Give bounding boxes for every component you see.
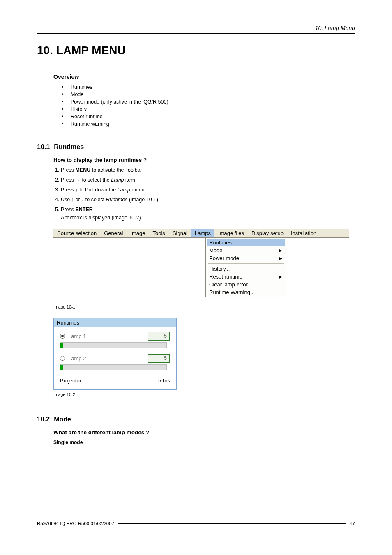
section-number: 10.1 <box>37 143 50 151</box>
lamp1-progress-fill <box>60 343 63 348</box>
step-italic: Lamp <box>111 177 124 183</box>
footer-rule <box>118 523 346 524</box>
footer-doc-id: R5976694 IQ PRO R500 01/02/2007 <box>37 521 114 526</box>
menubar-item-lamps[interactable]: Lamps <box>191 229 214 237</box>
dropdown-item-runtime-warning[interactable]: Runtime Warning... <box>207 288 285 296</box>
projector-label: Projector <box>60 378 81 384</box>
mode-single-label: Single mode <box>53 440 355 445</box>
step-text: Press <box>61 167 75 173</box>
projector-value: 5 hrs <box>158 378 170 384</box>
dropdown-label: Reset runtime <box>209 274 242 280</box>
step-bold: ENTER <box>75 207 92 212</box>
dropdown-item-history[interactable]: History... <box>207 265 285 273</box>
dialog-title: Runtimes <box>54 318 176 327</box>
page-header-section: 10. Lamp Menu <box>37 25 355 34</box>
dropdown-item-mode[interactable]: Mode ▶ <box>207 246 285 254</box>
step-text: Press <box>61 207 75 212</box>
dropdown-separator <box>208 263 284 264</box>
lamps-dropdown: Runtimes... Mode ▶ Power mode ▶ History.… <box>205 238 286 297</box>
dropdown-item-reset-runtime[interactable]: Reset runtime ▶ <box>207 273 285 281</box>
dropdown-label: History... <box>209 266 230 272</box>
figure-caption-1: Image 10-1 <box>53 304 355 309</box>
lamp1-label: Lamp 1 <box>68 333 86 339</box>
menubar-item-installation[interactable]: Installation <box>287 229 320 237</box>
section-mode-header: 10.2 Mode <box>37 416 355 424</box>
step-item: Press ↓ to Pull down the Lamp menu <box>61 187 355 193</box>
overview-item: Runtime warning <box>62 121 355 127</box>
lamp2-value: 5 <box>148 354 170 363</box>
mode-subheading: What are the different lamp modes ? <box>53 429 355 435</box>
figure-caption-2: Image 10-2 <box>53 392 355 397</box>
dropdown-label: Clear lamp error... <box>209 281 252 288</box>
section-number: 10.2 <box>37 416 50 423</box>
submenu-arrow-icon: ▶ <box>279 248 282 253</box>
overview-item: Power mode (only active in the iQG/R 500… <box>62 99 355 105</box>
step-text: menu <box>130 187 145 193</box>
submenu-arrow-icon: ▶ <box>279 256 282 260</box>
overview-list: Runtimes Mode Power mode (only active in… <box>62 84 355 127</box>
step-bold: MENU <box>75 167 90 173</box>
dropdown-item-clear-lamp-error[interactable]: Clear lamp error... <box>207 281 285 288</box>
step-item: Use ↑ or ↓ to select Runtimes (image 10-… <box>61 197 355 203</box>
step-item: Press ENTER A textbox is displayed (imag… <box>61 207 355 221</box>
step-text: item <box>124 177 135 183</box>
step-italic: Lamp <box>118 187 130 193</box>
footer-page-number: 87 <box>350 521 355 526</box>
menubar-item-tools[interactable]: Tools <box>149 229 169 237</box>
step-text: Use ↑ or ↓ to select <box>61 197 106 203</box>
menubar-item-general[interactable]: General <box>100 229 127 237</box>
chapter-title: 10. LAMP MENU <box>37 44 355 57</box>
step-item: Press MENU to activate the Toolbar <box>61 167 355 173</box>
lamp1-progress <box>60 342 167 348</box>
step-italic: Runtimes <box>106 197 128 203</box>
page-footer: R5976694 IQ PRO R500 01/02/2007 87 <box>37 521 355 526</box>
step-text: Press → to select the <box>61 177 111 183</box>
dropdown-label: Runtime Warning... <box>209 289 255 295</box>
dropdown-label: Mode <box>209 247 223 253</box>
step-subtext: A textbox is displayed (image 10-2) <box>61 215 355 221</box>
overview-item: Runtimes <box>62 84 355 90</box>
overview-item: Mode <box>62 92 355 97</box>
overview-item: History <box>62 106 355 112</box>
runtimes-dialog: Runtimes Lamp 1 5 Lamp 2 5 <box>53 318 177 390</box>
dropdown-item-runtimes[interactable]: Runtimes... <box>207 239 285 246</box>
step-item: Press → to select the Lamp item <box>61 177 355 183</box>
runtimes-subheading: How to display the lamp runtimes ? <box>53 157 355 163</box>
section-title: Runtimes <box>54 143 84 151</box>
overview-heading: Overview <box>53 74 355 80</box>
overview-item: Reset runtime <box>62 114 355 120</box>
menubar-item-source-selection[interactable]: Source selection <box>53 229 100 237</box>
dropdown-label: Power mode <box>209 255 239 261</box>
submenu-arrow-icon: ▶ <box>279 274 282 279</box>
dropdown-label: Runtimes... <box>209 240 236 246</box>
lamp2-radio[interactable] <box>60 356 65 361</box>
section-title: Mode <box>54 416 71 423</box>
lamp2-progress-fill <box>60 365 63 370</box>
menubar-item-image[interactable]: Image <box>127 229 149 237</box>
lamp1-value: 5 <box>148 332 170 341</box>
lamp2-progress <box>60 364 167 370</box>
step-text: Press ↓ to Pull down the <box>61 187 118 193</box>
menubar: Source selection General Image Tools Sig… <box>53 229 349 238</box>
menubar-item-display-setup[interactable]: Display setup <box>248 229 287 237</box>
lamp1-radio[interactable] <box>60 334 65 339</box>
lamp2-label: Lamp 2 <box>68 355 86 362</box>
menubar-item-signal[interactable]: Signal <box>169 229 191 237</box>
steps-list: Press MENU to activate the Toolbar Press… <box>53 167 355 221</box>
step-text: to activate the Toolbar <box>90 167 142 173</box>
step-text: (image 10-1) <box>128 197 158 203</box>
dropdown-item-power-mode[interactable]: Power mode ▶ <box>207 254 285 262</box>
section-runtimes-header: 10.1 Runtimes <box>37 143 355 152</box>
menubar-item-image-files[interactable]: Image files <box>214 229 248 237</box>
figure-menubar: Source selection General Image Tools Sig… <box>53 229 355 303</box>
